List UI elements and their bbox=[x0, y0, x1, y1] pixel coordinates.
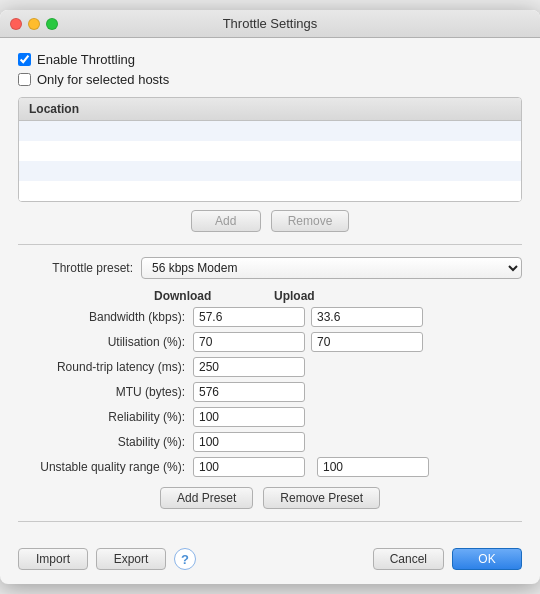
add-preset-button[interactable]: Add Preset bbox=[160, 487, 253, 509]
unstable-quality-input-1[interactable] bbox=[193, 457, 305, 477]
mtu-row: MTU (bytes): bbox=[18, 382, 522, 402]
column-headers: Download Upload bbox=[148, 289, 522, 303]
unstable-quality-label: Unstable quality range (%): bbox=[18, 460, 193, 474]
bandwidth-upload-input[interactable] bbox=[311, 307, 423, 327]
location-row bbox=[19, 121, 521, 141]
help-button[interactable]: ? bbox=[174, 548, 196, 570]
unstable-quality-row: Unstable quality range (%): bbox=[18, 457, 522, 477]
bandwidth-row: Bandwidth (kbps): bbox=[18, 307, 522, 327]
utilisation-label: Utilisation (%): bbox=[18, 335, 193, 349]
add-location-button[interactable]: Add bbox=[191, 210, 261, 232]
throttle-settings-window: Throttle Settings Enable Throttling Only… bbox=[0, 10, 540, 584]
remove-preset-button[interactable]: Remove Preset bbox=[263, 487, 380, 509]
minimize-button[interactable] bbox=[28, 18, 40, 30]
unstable-quality-input-2[interactable] bbox=[317, 457, 429, 477]
location-column-header: Location bbox=[19, 98, 521, 121]
stability-input[interactable] bbox=[193, 432, 305, 452]
import-button[interactable]: Import bbox=[18, 548, 88, 570]
utilisation-row: Utilisation (%): bbox=[18, 332, 522, 352]
remove-location-button[interactable]: Remove bbox=[271, 210, 350, 232]
ok-button[interactable]: OK bbox=[452, 548, 522, 570]
stability-row: Stability (%): bbox=[18, 432, 522, 452]
utilisation-upload-input[interactable] bbox=[311, 332, 423, 352]
location-table: Location bbox=[18, 97, 522, 202]
stability-label: Stability (%): bbox=[18, 435, 193, 449]
reliability-label: Reliability (%): bbox=[18, 410, 193, 424]
bottom-bar: Import Export ? Cancel OK bbox=[0, 548, 540, 584]
location-row bbox=[19, 141, 521, 161]
divider-1 bbox=[18, 244, 522, 245]
throttle-preset-label: Throttle preset: bbox=[18, 261, 133, 275]
location-rows[interactable] bbox=[19, 121, 521, 201]
only-selected-hosts-row: Only for selected hosts bbox=[18, 72, 522, 87]
throttle-preset-select[interactable]: 56 kbps Modem 256 kbps DSL 1 Mbps 2 Mbps… bbox=[141, 257, 522, 279]
bottom-right-buttons: Cancel OK bbox=[373, 548, 522, 570]
reliability-input[interactable] bbox=[193, 407, 305, 427]
mtu-label: MTU (bytes): bbox=[18, 385, 193, 399]
window-title: Throttle Settings bbox=[223, 16, 318, 31]
bandwidth-download-input[interactable] bbox=[193, 307, 305, 327]
titlebar: Throttle Settings bbox=[0, 10, 540, 38]
utilisation-download-input[interactable] bbox=[193, 332, 305, 352]
enable-throttling-label[interactable]: Enable Throttling bbox=[37, 52, 135, 67]
cancel-button[interactable]: Cancel bbox=[373, 548, 444, 570]
window-controls bbox=[10, 18, 58, 30]
unstable-quality-inputs bbox=[193, 457, 429, 477]
reliability-row: Reliability (%): bbox=[18, 407, 522, 427]
maximize-button[interactable] bbox=[46, 18, 58, 30]
upload-column-header: Upload bbox=[268, 289, 388, 303]
throttle-preset-row: Throttle preset: 56 kbps Modem 256 kbps … bbox=[18, 257, 522, 279]
export-button[interactable]: Export bbox=[96, 548, 166, 570]
table-action-buttons: Add Remove bbox=[18, 210, 522, 232]
divider-2 bbox=[18, 521, 522, 522]
location-row bbox=[19, 181, 521, 201]
close-button[interactable] bbox=[10, 18, 22, 30]
download-column-header: Download bbox=[148, 289, 268, 303]
preset-action-buttons: Add Preset Remove Preset bbox=[18, 487, 522, 509]
only-selected-hosts-label[interactable]: Only for selected hosts bbox=[37, 72, 169, 87]
enable-throttling-checkbox[interactable] bbox=[18, 53, 31, 66]
content-area: Enable Throttling Only for selected host… bbox=[0, 38, 540, 548]
bandwidth-label: Bandwidth (kbps): bbox=[18, 310, 193, 324]
mtu-input[interactable] bbox=[193, 382, 305, 402]
latency-label: Round-trip latency (ms): bbox=[18, 360, 193, 374]
bottom-left-buttons: Import Export ? bbox=[18, 548, 196, 570]
latency-input[interactable] bbox=[193, 357, 305, 377]
location-row bbox=[19, 161, 521, 181]
only-selected-hosts-checkbox[interactable] bbox=[18, 73, 31, 86]
enable-throttling-row: Enable Throttling bbox=[18, 52, 522, 67]
latency-row: Round-trip latency (ms): bbox=[18, 357, 522, 377]
